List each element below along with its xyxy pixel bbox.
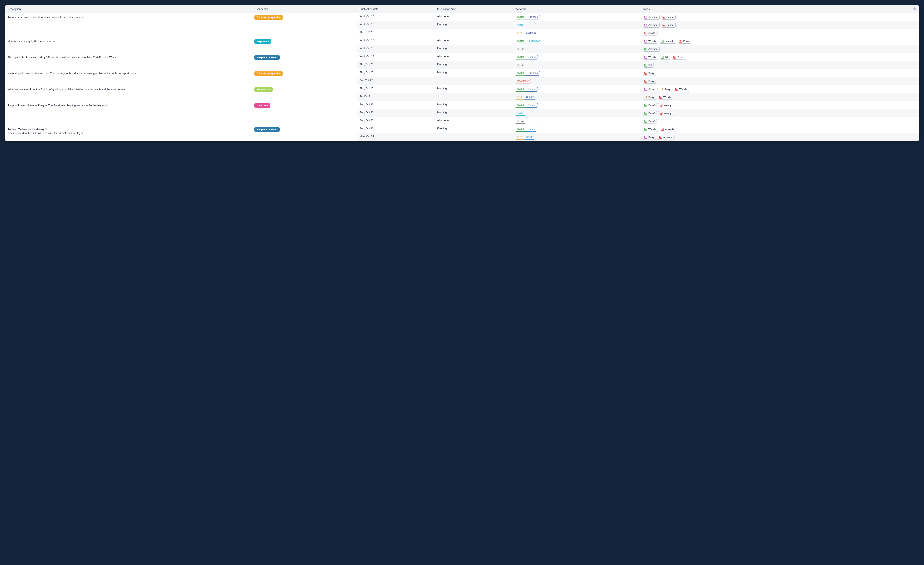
publication-time-cell[interactable]: Morning [435, 101, 512, 109]
user-need-badge[interactable]: Keep me on trend [254, 55, 280, 60]
publication-time-cell[interactable]: Afternoon [435, 117, 512, 125]
task-chip[interactable]: Susan [643, 87, 657, 92]
publication-time-cell[interactable]: Afternoon [435, 53, 512, 61]
platform-tag[interactable]: DigitalCulture [515, 87, 538, 91]
description-cell[interactable]: Rings of Power, House of Dragon, The San… [5, 101, 252, 125]
platform-tag[interactable]: PrintSports [515, 135, 535, 139]
platform-tag[interactable]: TikTok [515, 46, 526, 51]
user-need-badge[interactable]: Give me perspective [254, 71, 283, 76]
publication-date-cell[interactable]: Wed, Oct 19 [357, 37, 434, 45]
description-cell[interactable]: The top 4 collections inspired by 14th-c… [5, 53, 252, 69]
publication-date-cell[interactable]: Sun, Oct 23 [357, 117, 434, 125]
publication-time-cell[interactable]: Afternoon [435, 13, 512, 21]
task-chip[interactable]: David [643, 119, 657, 124]
task-chip[interactable]: Wendy [643, 39, 658, 43]
publication-date-cell[interactable]: Wed, Oct 19 [357, 13, 434, 21]
header-user-needs[interactable]: User needs [252, 5, 357, 13]
header-platforms[interactable]: Platforms [512, 5, 640, 13]
publication-time-cell[interactable]: Evening [435, 21, 512, 29]
task-chip[interactable]: Susan [661, 15, 676, 19]
description-cell[interactable]: Mum of six running 2,000 miles marathon [5, 37, 252, 53]
platform-tag[interactable]: DigitalCulture [515, 55, 538, 60]
task-chip[interactable]: Amanda [643, 46, 660, 52]
publication-time-cell[interactable] [435, 29, 512, 37]
publication-date-cell[interactable]: Fri, Oct 21 [357, 93, 434, 101]
description-cell[interactable]: Portland Timbers vs. LA Galaxy 3:1 Goali… [5, 125, 252, 141]
platform-tag[interactable]: TikTok [515, 119, 526, 123]
task-chip[interactable]: Perry [643, 135, 656, 140]
publication-date-cell[interactable]: Wed, Oct 19 [357, 21, 434, 29]
platform-tag[interactable]: DigitalSports [515, 127, 537, 132]
publication-date-cell[interactable]: Thu, Oct 20 [357, 61, 434, 69]
settings-button[interactable] [911, 5, 919, 13]
task-chip[interactable]: Perry [678, 39, 691, 43]
task-chip[interactable]: Susan [661, 22, 676, 28]
task-chip[interactable]: Bill [643, 63, 654, 67]
platform-tag[interactable]: TikTok [515, 63, 526, 67]
publication-date-cell[interactable]: Thu, Oct 20 [357, 85, 434, 93]
publication-date-cell[interactable]: Thu, Oct 20 [357, 29, 434, 37]
user-need-badge[interactable]: Educate me [254, 87, 273, 92]
publication-time-cell[interactable] [435, 77, 512, 85]
task-chip[interactable]: Perry [643, 71, 656, 76]
publication-date-cell[interactable]: Sun, Oct 23 [357, 125, 434, 133]
user-need-badge[interactable]: Inspire me [254, 39, 271, 43]
platform-tag[interactable]: DigitalCulture [515, 103, 538, 108]
platform-tag[interactable]: DigitalBusiness [515, 71, 540, 75]
task-chip[interactable]: Wendy [674, 87, 689, 92]
publication-time-cell[interactable] [435, 133, 512, 141]
platform-tag[interactable]: PrintBusiness [515, 31, 538, 35]
platform-tag[interactable]: Newsletter [515, 79, 531, 84]
task-chip[interactable]: Amanda [643, 22, 660, 28]
description-cell[interactable]: What we can learn from the Dutch. Why ri… [5, 85, 252, 101]
task-chip[interactable]: David [643, 103, 657, 108]
publication-date-cell[interactable]: Wed, Oct 19 [357, 45, 434, 53]
publication-date-cell[interactable]: Sat, Oct 22 [357, 77, 434, 85]
publication-time-cell[interactable] [435, 93, 512, 101]
platform-tag[interactable]: Twitter [515, 22, 526, 27]
task-chip[interactable]: Susan [672, 55, 686, 60]
user-need-badge[interactable]: Give me perspective [254, 15, 283, 19]
task-chip[interactable]: Amanda [660, 127, 676, 132]
user-need-badge[interactable]: Divert me [254, 103, 270, 108]
task-chip[interactable]: Wendy [643, 55, 658, 60]
task-chip[interactable]: Wendy [658, 103, 674, 108]
task-chip[interactable]: Wendy [658, 111, 674, 116]
header-tasks[interactable]: Tasks [640, 5, 911, 13]
platform-tag[interactable]: Twitter [515, 111, 526, 115]
task-chip[interactable]: Susan [643, 31, 657, 36]
header-description[interactable]: Description [5, 5, 252, 13]
publication-date-cell[interactable]: Wed, Oct 19 [357, 53, 434, 61]
platform-tag[interactable]: PrintCulture [515, 95, 536, 99]
task-chip[interactable]: Amanda [658, 135, 675, 140]
task-chip[interactable]: Amanda [660, 39, 676, 43]
user-need-badge[interactable]: Keep me on trend [254, 127, 280, 132]
publication-time-cell[interactable]: Afternoon [435, 37, 512, 45]
publication-time-cell[interactable]: Evening [435, 45, 512, 53]
tasks-cell: AmandaSusan [640, 13, 911, 21]
publication-date-cell[interactable]: Sun, Oct 23 [357, 101, 434, 109]
publication-time-cell[interactable]: Morning [435, 69, 512, 78]
platform-tag[interactable]: DigitalLocal news [515, 39, 542, 43]
task-chip[interactable]: Wendy [658, 95, 673, 100]
task-chip[interactable]: Perry [643, 95, 656, 100]
header-publication-date[interactable]: Publication date [357, 5, 434, 13]
publication-time-cell[interactable]: Morning [435, 109, 512, 117]
platform-tag[interactable]: DigitalBusiness [515, 15, 540, 19]
header-publication-time[interactable]: Publication time [435, 5, 512, 13]
description-cell[interactable]: Amtrak names a new chief executive, who … [5, 13, 252, 37]
publication-time-cell[interactable]: Evening [435, 125, 512, 133]
task-chip[interactable]: Bill [660, 55, 670, 60]
publication-date-cell[interactable]: Sun, Oct 23 [357, 109, 434, 117]
task-chip[interactable]: Perry [659, 87, 672, 92]
publication-time-cell[interactable]: Evening [435, 61, 512, 69]
publication-time-cell[interactable]: Morning [435, 85, 512, 93]
task-chip[interactable]: David [643, 111, 657, 116]
publication-date-cell[interactable]: Thu, Oct 20 [357, 69, 434, 78]
description-cell[interactable]: National public transportation crisis. T… [5, 69, 252, 85]
task-chip[interactable]: Amanda [643, 15, 660, 19]
publication-date-cell[interactable]: Mon, Oct 24 [357, 133, 434, 141]
task-chip[interactable]: Wendy [643, 127, 658, 132]
task-chip[interactable]: Perry [643, 79, 656, 84]
letter-icon [660, 104, 663, 107]
